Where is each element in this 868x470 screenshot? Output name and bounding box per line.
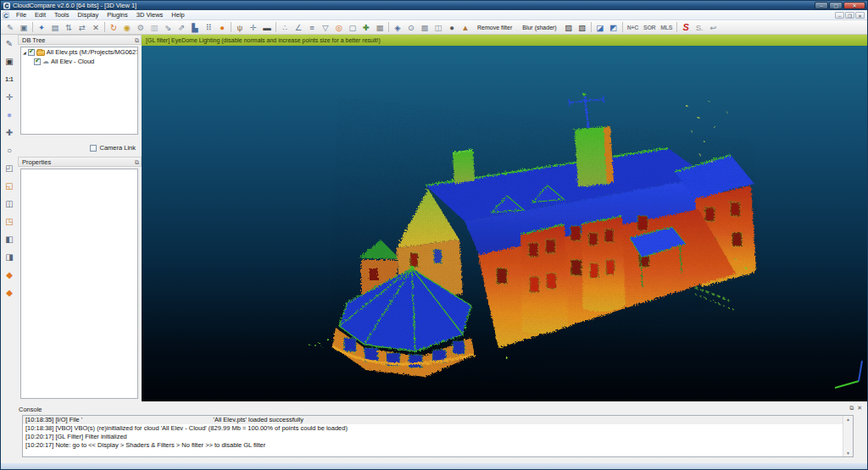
view-bottom-icon[interactable]: ◱ — [3, 180, 16, 191]
edge-filter-2-icon[interactable]: ◩ — [607, 21, 620, 34]
camera-link-row: Camera Link — [90, 144, 136, 152]
iso-view-2-icon[interactable]: ◆ — [3, 286, 16, 298]
view-right-icon[interactable]: ◨ — [3, 251, 16, 263]
sor-filter-icon[interactable]: SOR — [641, 21, 658, 34]
segment-pencil-icon[interactable]: ✎ — [3, 37, 16, 49]
level-points-icon[interactable]: ∴ — [278, 21, 292, 34]
minimize-button[interactable]: – — [815, 2, 828, 9]
float-panel-icon[interactable]: ⧉ — [849, 405, 854, 412]
viewport-3d[interactable]: [GL filter] EyeDome Lighting (disable no… — [142, 35, 868, 401]
subsample-icon[interactable]: ⠿ — [202, 21, 215, 34]
one-to-one-zoom-icon[interactable]: 1:1 — [3, 73, 16, 85]
camera-icon[interactable]: ▣ — [3, 55, 16, 67]
mdi-restore-button[interactable]: ❐ — [845, 12, 854, 19]
ssao-filter-icon[interactable]: ▨ — [562, 21, 576, 34]
camera-link-checkbox[interactable] — [90, 145, 97, 152]
mesh-icon[interactable]: ▥ — [147, 21, 161, 34]
visibility-checkbox[interactable] — [34, 58, 41, 65]
apply-transform-icon[interactable]: ⇄ — [75, 21, 89, 34]
view-top-icon[interactable]: ◰ — [3, 162, 16, 174]
gl-render-area[interactable] — [142, 46, 868, 401]
profile-icon[interactable]: ≡ — [305, 21, 319, 34]
clipping-slab-icon[interactable]: ▬ — [260, 21, 274, 34]
register-icon[interactable]: ↻ — [107, 21, 120, 34]
add-point-icon[interactable]: ✚ — [359, 21, 373, 34]
cone-render-icon[interactable]: ▲ — [459, 21, 472, 34]
console-scrollbar[interactable]: ▲ ▼ — [843, 416, 853, 456]
normals-plus-cloud-icon[interactable]: N+C — [625, 21, 641, 34]
cloud-icon: ☁ — [42, 58, 49, 65]
tree-item-cloud[interactable]: ☁ All Elev - Cloud — [21, 57, 137, 66]
menu-item[interactable]: Display — [74, 11, 103, 19]
translate-axes-icon[interactable]: ✛ — [247, 21, 260, 34]
compute-normals-icon[interactable]: ◉ — [120, 21, 134, 34]
pan-icon[interactable]: ✚ — [3, 126, 16, 138]
scale-icon[interactable]: ⇗ — [175, 21, 188, 34]
menu-item[interactable]: Help — [167, 11, 188, 19]
iso-view-1-icon[interactable]: ◆ — [3, 268, 16, 280]
menu-item[interactable]: File — [12, 11, 31, 19]
mdi-child-icon[interactable]: C — [3, 12, 9, 19]
menu-item[interactable]: Tools — [50, 11, 74, 19]
mdi-close-button[interactable]: ✕ — [855, 12, 865, 19]
db-tree-list[interactable]: ◢ All Elev.pts (M:/Projects/MG0627_... ☁… — [20, 47, 138, 135]
clip-box-icon[interactable]: ▢ — [346, 21, 359, 34]
shield-icon[interactable]: ◈ — [391, 21, 404, 34]
color-bucket-icon[interactable]: ● — [215, 21, 229, 34]
view-toolbar: ✎▣1:1✛●✚○◰◱◫◳◧◨◆◆ — [1, 35, 18, 400]
console-log[interactable]: [10:18:35] [I/O] File ' 'All Elev.pts' l… — [22, 415, 854, 457]
title-bar[interactable]: C CloudCompare v2.6.0 [64 bits] - [3D Vi… — [1, 1, 867, 10]
s-curve-red-icon[interactable]: S — [679, 21, 693, 34]
stereo-overlap-icon[interactable]: ◫ — [431, 21, 445, 34]
sphere-render-icon[interactable]: ● — [445, 21, 459, 34]
angle-icon[interactable]: ∠ — [292, 21, 305, 34]
view-back-icon[interactable]: ◳ — [3, 215, 16, 227]
properties-header[interactable]: Properties ⧉ — [18, 157, 142, 167]
float-panel-icon[interactable]: ⧉ — [135, 158, 139, 167]
pick-point-icon[interactable]: ψ — [233, 21, 247, 34]
properties-content[interactable] — [20, 169, 138, 399]
close-icon[interactable]: ✕ — [857, 405, 862, 412]
zoom-fit-icon[interactable]: ✦ — [35, 21, 48, 34]
menu-item[interactable]: 3D Views — [132, 11, 168, 19]
float-panel-icon[interactable]: ⧉ — [135, 36, 139, 45]
tree-item-root[interactable]: ◢ All Elev.pts (M:/Projects/MG0627_... — [21, 47, 137, 57]
delete-icon[interactable]: ✕ — [89, 21, 103, 34]
mdi-minimize-button[interactable]: – — [835, 12, 844, 19]
menu-item[interactable]: Edit — [31, 11, 50, 19]
circle-tool-icon[interactable]: ◎ — [332, 21, 346, 34]
pivot-crosshair-icon[interactable]: ✛ — [3, 91, 16, 102]
scroll-down-icon[interactable]: ▼ — [843, 451, 853, 456]
close-button[interactable]: ✕ — [843, 2, 865, 9]
view-left-icon[interactable]: ◧ — [3, 233, 16, 245]
view-front-icon[interactable]: ◫ — [3, 197, 16, 209]
edl-filter-icon[interactable]: ▧ — [576, 21, 589, 34]
sample-points-icon[interactable]: ⇘ — [161, 21, 175, 34]
save-icon[interactable]: ▣ — [17, 21, 31, 34]
back-arrow-icon[interactable]: ↩ — [706, 21, 720, 34]
zoom-magnifier-icon[interactable]: ○ — [3, 144, 16, 156]
hatch-pattern-icon[interactable]: ▩ — [418, 21, 431, 34]
expander-icon[interactable]: ◢ — [23, 50, 26, 55]
remove-filter-button[interactable]: Remove filter — [472, 21, 517, 34]
mls-smooth-icon[interactable]: MLS — [658, 21, 675, 34]
sphere-view-icon[interactable]: ● — [3, 108, 16, 120]
octree-gear-icon[interactable]: ⚙ — [134, 21, 147, 34]
point-pair-align-icon[interactable]: ⇅ — [62, 21, 75, 34]
db-tree-header[interactable]: DB Tree ⧉ — [18, 35, 142, 45]
properties-panel: Properties ⧉ — [18, 157, 142, 402]
maximize-button[interactable]: ▢ — [829, 2, 843, 9]
db-tree-panel: DB Tree ⧉ ◢ All Elev.pts (M:/Projects/MG… — [18, 35, 142, 156]
properties-list-icon[interactable]: ▤ — [48, 21, 62, 34]
blur-shader-button[interactable]: Blur (shader) — [517, 21, 561, 34]
edge-filter-icon[interactable]: ◪ — [593, 21, 607, 34]
open-file-icon[interactable]: ✎ — [3, 21, 17, 34]
s-curve-gray-icon[interactable]: S. — [693, 21, 706, 34]
scroll-up-icon[interactable]: ▲ — [843, 417, 853, 422]
visibility-checkbox[interactable] — [28, 49, 35, 56]
label-bubble-icon[interactable]: ⊙ — [404, 21, 418, 34]
filter-funnel-icon[interactable]: ▽ — [319, 21, 332, 34]
histogram-icon[interactable]: ▙ — [188, 21, 202, 34]
menu-item[interactable]: Plugins — [103, 11, 132, 19]
trace-polyline-icon[interactable]: ▦ — [373, 21, 387, 34]
